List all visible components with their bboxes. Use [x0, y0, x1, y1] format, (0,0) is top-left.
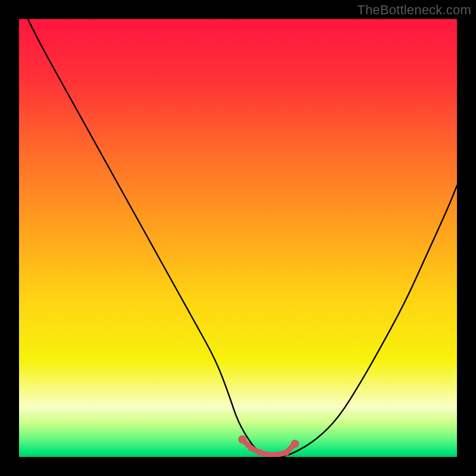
watermark: TheBottleneck.com: [357, 2, 471, 18]
trough-marker: [283, 449, 289, 456]
trough-marker: [291, 440, 299, 448]
bottleneck-chart: [19, 19, 457, 457]
trough-marker: [248, 445, 255, 452]
chart-svg: [19, 19, 457, 457]
trough-marker: [238, 436, 246, 444]
trough-marker: [256, 449, 263, 456]
plot-background: [19, 19, 457, 457]
